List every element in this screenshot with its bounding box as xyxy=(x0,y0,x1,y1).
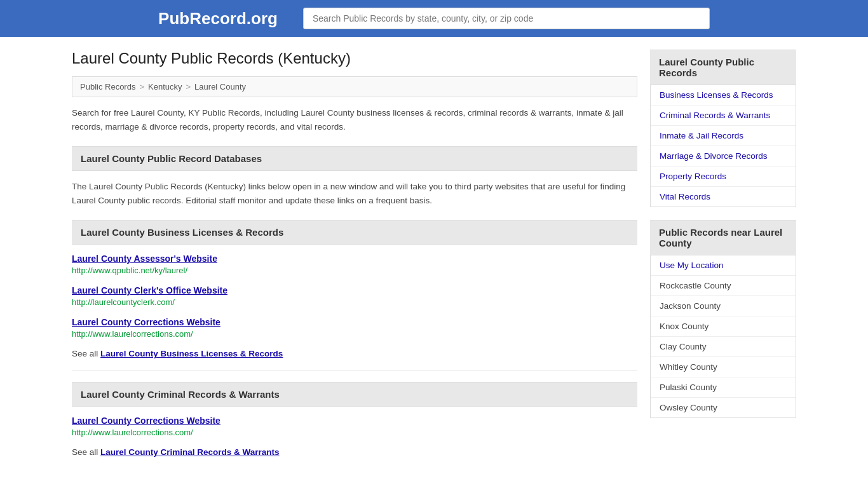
criminal-see-all-link[interactable]: Laurel County Criminal Records & Warrant… xyxy=(100,447,280,457)
clerk-url[interactable]: http://laurelcountyclerk.com/ xyxy=(72,297,637,307)
sidebar-link-inmate[interactable]: Inmate & Jail Records xyxy=(651,126,796,146)
site-logo[interactable]: PubRecord.org xyxy=(158,9,278,29)
sidebar-nearby-heading: Public Records near Laurel County xyxy=(650,220,796,255)
list-item-rockcastle: Rockcastle County xyxy=(651,276,796,296)
sidebar-link-property[interactable]: Property Records xyxy=(651,166,796,186)
list-item-property: Property Records xyxy=(651,166,796,187)
intro-text: Search for free Laurel County, KY Public… xyxy=(72,106,637,133)
clerk-link[interactable]: Laurel County Clerk's Office Website xyxy=(72,285,637,295)
list-item-clay: Clay County xyxy=(651,337,796,357)
page-title: Laurel County Public Records (Kentucky) xyxy=(72,50,637,67)
list-item-owsley: Owsley County xyxy=(651,398,796,417)
main-container: Laurel County Public Records (Kentucky) … xyxy=(53,37,815,470)
corrections-url[interactable]: http://www.laurelcorrections.com/ xyxy=(72,329,637,339)
list-item-business: Business Licenses & Records xyxy=(651,85,796,105)
sidebar-link-use-location[interactable]: Use My Location xyxy=(651,255,796,275)
site-header: PubRecord.org xyxy=(0,0,868,37)
sidebar-link-knox[interactable]: Knox County xyxy=(651,316,796,336)
content-area: Laurel County Public Records (Kentucky) … xyxy=(72,50,637,457)
sidebar-link-marriage[interactable]: Marriage & Divorce Records xyxy=(651,146,796,166)
databases-description: The Laurel County Public Records (Kentuc… xyxy=(72,180,637,207)
list-item-pulaski: Pulaski County xyxy=(651,377,796,398)
list-item-jackson: Jackson County xyxy=(651,296,796,316)
business-entry-2: Laurel County Clerk's Office Website htt… xyxy=(72,285,637,307)
criminal-entry-1: Laurel County Corrections Website http:/… xyxy=(72,416,637,437)
list-item-criminal: Criminal Records & Warrants xyxy=(651,105,796,126)
criminal-section-heading: Laurel County Criminal Records & Warrant… xyxy=(72,382,637,407)
breadcrumb: Public Records > Kentucky > Laurel Count… xyxy=(72,76,637,97)
criminal-corrections-link[interactable]: Laurel County Corrections Website xyxy=(72,416,637,426)
breadcrumb-sep-2: > xyxy=(186,82,191,92)
business-entry-1: Laurel County Assessor's Website http://… xyxy=(72,254,637,275)
breadcrumb-sep-1: > xyxy=(139,82,144,92)
sidebar-link-clay[interactable]: Clay County xyxy=(651,337,796,356)
criminal-corrections-url[interactable]: http://www.laurelcorrections.com/ xyxy=(72,428,637,437)
sidebar-link-whitley[interactable]: Whitley County xyxy=(651,357,796,377)
sidebar-link-business[interactable]: Business Licenses & Records xyxy=(651,85,796,105)
list-item-inmate: Inmate & Jail Records xyxy=(651,126,796,146)
sidebar-link-vital[interactable]: Vital Records xyxy=(651,187,796,207)
corrections-link[interactable]: Laurel County Corrections Website xyxy=(72,317,637,327)
list-item-use-location: Use My Location xyxy=(651,255,796,276)
sidebar-link-owsley[interactable]: Owsley County xyxy=(651,398,796,417)
sidebar-link-jackson[interactable]: Jackson County xyxy=(651,296,796,316)
business-see-all-link[interactable]: Laurel County Business Licenses & Record… xyxy=(100,349,283,358)
sidebar-laurel-list: Business Licenses & Records Criminal Rec… xyxy=(650,85,796,207)
search-input[interactable] xyxy=(303,8,710,29)
sidebar-laurel-section: Laurel County Public Records Business Li… xyxy=(650,50,796,207)
section-divider-1 xyxy=(72,370,637,370)
list-item-vital: Vital Records xyxy=(651,187,796,207)
sidebar-nearby-section: Public Records near Laurel County Use My… xyxy=(650,220,796,418)
business-see-all: See all Laurel County Business Licenses … xyxy=(72,349,637,358)
list-item-marriage: Marriage & Divorce Records xyxy=(651,146,796,166)
sidebar-link-pulaski[interactable]: Pulaski County xyxy=(651,377,796,397)
breadcrumb-current: Laurel County xyxy=(194,82,246,92)
sidebar-laurel-heading: Laurel County Public Records xyxy=(650,50,796,85)
business-entry-3: Laurel County Corrections Website http:/… xyxy=(72,317,637,339)
databases-heading: Laurel County Public Record Databases xyxy=(72,146,637,171)
breadcrumb-kentucky[interactable]: Kentucky xyxy=(148,82,182,92)
breadcrumb-public-records[interactable]: Public Records xyxy=(80,82,135,92)
business-section-heading: Laurel County Business Licenses & Record… xyxy=(72,220,637,245)
sidebar-link-rockcastle[interactable]: Rockcastle County xyxy=(651,276,796,295)
sidebar-link-criminal[interactable]: Criminal Records & Warrants xyxy=(651,105,796,125)
sidebar-nearby-list: Use My Location Rockcastle County Jackso… xyxy=(650,255,796,418)
assessor-url[interactable]: http://www.qpublic.net/ky/laurel/ xyxy=(72,266,637,275)
list-item-knox: Knox County xyxy=(651,316,796,337)
list-item-whitley: Whitley County xyxy=(651,357,796,377)
sidebar: Laurel County Public Records Business Li… xyxy=(650,50,796,457)
assessor-link[interactable]: Laurel County Assessor's Website xyxy=(72,254,637,264)
criminal-see-all: See all Laurel County Criminal Records &… xyxy=(72,447,637,457)
